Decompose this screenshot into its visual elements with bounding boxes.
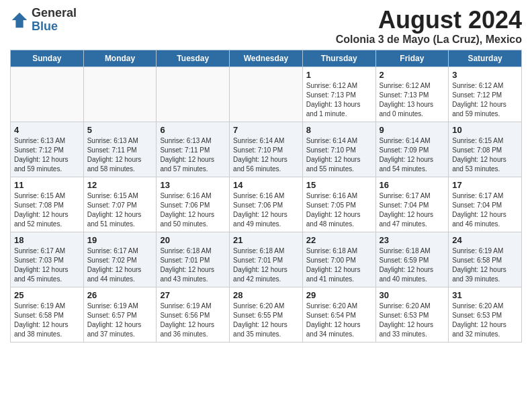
calendar-header-monday: Monday — [83, 50, 157, 66]
day-info: Sunrise: 6:20 AMSunset: 6:55 PMDaylight:… — [233, 302, 299, 339]
day-info: Sunrise: 6:12 AMSunset: 7:13 PMDaylight:… — [380, 81, 445, 119]
day-number: 1 — [306, 70, 372, 80]
calendar-header-wednesday: Wednesday — [230, 50, 303, 66]
day-number: 25 — [14, 290, 80, 300]
day-info: Sunrise: 6:13 AMSunset: 7:12 PMDaylight:… — [14, 136, 80, 174]
day-number: 24 — [452, 235, 518, 245]
day-number: 28 — [233, 290, 299, 300]
day-number: 3 — [452, 70, 518, 80]
calendar-cell: 8Sunrise: 6:14 AMSunset: 7:10 PMDaylight… — [302, 122, 375, 177]
calendar-header-thursday: Thursday — [302, 50, 375, 66]
calendar-table: SundayMondayTuesdayWednesdayThursdayFrid… — [10, 50, 522, 342]
calendar-cell: 6Sunrise: 6:13 AMSunset: 7:11 PMDaylight… — [157, 122, 230, 177]
calendar-cell: 29Sunrise: 6:20 AMSunset: 6:54 PMDayligh… — [302, 287, 375, 342]
calendar-cell: 25Sunrise: 6:19 AMSunset: 6:58 PMDayligh… — [11, 287, 84, 342]
calendar-cell: 5Sunrise: 6:13 AMSunset: 7:11 PMDaylight… — [83, 122, 157, 177]
day-number: 31 — [452, 290, 518, 300]
day-info: Sunrise: 6:14 AMSunset: 7:10 PMDaylight:… — [306, 136, 372, 174]
calendar-cell — [11, 66, 84, 122]
svg-marker-0 — [12, 13, 27, 28]
day-info: Sunrise: 6:16 AMSunset: 7:06 PMDaylight:… — [160, 191, 226, 229]
day-number: 2 — [380, 70, 445, 80]
day-info: Sunrise: 6:15 AMSunset: 7:08 PMDaylight:… — [452, 136, 518, 174]
calendar-cell: 13Sunrise: 6:16 AMSunset: 7:06 PMDayligh… — [157, 177, 230, 232]
logo-blue-text: Blue — [32, 19, 58, 33]
calendar-cell: 1Sunrise: 6:12 AMSunset: 7:13 PMDaylight… — [302, 66, 375, 122]
day-number: 16 — [380, 180, 445, 190]
day-info: Sunrise: 6:17 AMSunset: 7:03 PMDaylight:… — [14, 246, 80, 284]
day-number: 27 — [160, 290, 226, 300]
day-info: Sunrise: 6:20 AMSunset: 6:53 PMDaylight:… — [380, 302, 445, 339]
calendar-header-tuesday: Tuesday — [157, 50, 230, 66]
calendar-cell: 26Sunrise: 6:19 AMSunset: 6:57 PMDayligh… — [83, 287, 157, 342]
calendar-cell: 31Sunrise: 6:20 AMSunset: 6:53 PMDayligh… — [449, 287, 522, 342]
calendar-header-saturday: Saturday — [449, 50, 522, 66]
calendar-cell: 21Sunrise: 6:18 AMSunset: 7:01 PMDayligh… — [230, 232, 303, 287]
calendar-cell: 15Sunrise: 6:16 AMSunset: 7:05 PMDayligh… — [302, 177, 375, 232]
day-number: 20 — [160, 235, 226, 245]
day-info: Sunrise: 6:18 AMSunset: 6:59 PMDaylight:… — [380, 246, 445, 284]
day-info: Sunrise: 6:16 AMSunset: 7:06 PMDaylight:… — [233, 191, 299, 229]
main-title: August 2024 — [336, 7, 522, 34]
calendar-cell: 4Sunrise: 6:13 AMSunset: 7:12 PMDaylight… — [11, 122, 84, 177]
day-number: 9 — [380, 125, 445, 135]
calendar-cell: 2Sunrise: 6:12 AMSunset: 7:13 PMDaylight… — [375, 66, 449, 122]
day-number: 22 — [306, 235, 372, 245]
day-info: Sunrise: 6:12 AMSunset: 7:12 PMDaylight:… — [452, 81, 518, 119]
day-info: Sunrise: 6:20 AMSunset: 6:54 PMDaylight:… — [306, 302, 372, 339]
day-number: 14 — [233, 180, 299, 190]
calendar-cell: 10Sunrise: 6:15 AMSunset: 7:08 PMDayligh… — [449, 122, 522, 177]
day-info: Sunrise: 6:15 AMSunset: 7:07 PMDaylight:… — [87, 191, 153, 229]
day-info: Sunrise: 6:13 AMSunset: 7:11 PMDaylight:… — [87, 136, 153, 174]
calendar-week-row: 4Sunrise: 6:13 AMSunset: 7:12 PMDaylight… — [11, 122, 522, 177]
calendar-cell: 14Sunrise: 6:16 AMSunset: 7:06 PMDayligh… — [230, 177, 303, 232]
logo-text: General Blue — [32, 7, 77, 34]
calendar-cell: 24Sunrise: 6:19 AMSunset: 6:58 PMDayligh… — [449, 232, 522, 287]
day-info: Sunrise: 6:18 AMSunset: 7:01 PMDaylight:… — [160, 246, 226, 284]
day-info: Sunrise: 6:17 AMSunset: 7:04 PMDaylight:… — [380, 191, 445, 229]
day-number: 12 — [87, 180, 153, 190]
day-number: 8 — [306, 125, 372, 135]
day-info: Sunrise: 6:19 AMSunset: 6:58 PMDaylight:… — [14, 302, 80, 339]
title-block: August 2024 Colonia 3 de Mayo (La Cruz),… — [336, 7, 522, 46]
calendar-cell: 18Sunrise: 6:17 AMSunset: 7:03 PMDayligh… — [11, 232, 84, 287]
day-number: 13 — [160, 180, 226, 190]
calendar-week-row: 25Sunrise: 6:19 AMSunset: 6:58 PMDayligh… — [11, 287, 522, 342]
day-info: Sunrise: 6:20 AMSunset: 6:53 PMDaylight:… — [452, 302, 518, 339]
calendar-cell: 11Sunrise: 6:15 AMSunset: 7:08 PMDayligh… — [11, 177, 84, 232]
day-info: Sunrise: 6:17 AMSunset: 7:04 PMDaylight:… — [452, 191, 518, 229]
calendar-cell: 27Sunrise: 6:19 AMSunset: 6:56 PMDayligh… — [157, 287, 230, 342]
day-number: 18 — [14, 235, 80, 245]
logo-general-text: General — [32, 6, 77, 19]
day-info: Sunrise: 6:18 AMSunset: 7:00 PMDaylight:… — [306, 246, 372, 284]
day-number: 15 — [306, 180, 372, 190]
day-info: Sunrise: 6:18 AMSunset: 7:01 PMDaylight:… — [233, 246, 299, 284]
day-number: 26 — [87, 290, 153, 300]
day-number: 29 — [306, 290, 372, 300]
day-number: 5 — [87, 125, 153, 135]
day-number: 23 — [380, 235, 445, 245]
day-number: 11 — [14, 180, 80, 190]
calendar-cell: 23Sunrise: 6:18 AMSunset: 6:59 PMDayligh… — [375, 232, 449, 287]
day-number: 10 — [452, 125, 518, 135]
day-info: Sunrise: 6:12 AMSunset: 7:13 PMDaylight:… — [306, 81, 372, 119]
calendar-week-row: 18Sunrise: 6:17 AMSunset: 7:03 PMDayligh… — [11, 232, 522, 287]
day-number: 19 — [87, 235, 153, 245]
day-info: Sunrise: 6:15 AMSunset: 7:08 PMDaylight:… — [14, 191, 80, 229]
calendar-cell: 20Sunrise: 6:18 AMSunset: 7:01 PMDayligh… — [157, 232, 230, 287]
calendar-cell: 12Sunrise: 6:15 AMSunset: 7:07 PMDayligh… — [83, 177, 157, 232]
calendar-cell — [157, 66, 230, 122]
logo: General Blue — [10, 7, 77, 34]
day-info: Sunrise: 6:19 AMSunset: 6:57 PMDaylight:… — [87, 302, 153, 339]
day-number: 4 — [14, 125, 80, 135]
calendar-cell: 28Sunrise: 6:20 AMSunset: 6:55 PMDayligh… — [230, 287, 303, 342]
day-number: 17 — [452, 180, 518, 190]
day-number: 30 — [380, 290, 445, 300]
day-info: Sunrise: 6:14 AMSunset: 7:10 PMDaylight:… — [233, 136, 299, 174]
calendar-cell — [230, 66, 303, 122]
day-info: Sunrise: 6:16 AMSunset: 7:05 PMDaylight:… — [306, 191, 372, 229]
calendar-cell: 30Sunrise: 6:20 AMSunset: 6:53 PMDayligh… — [375, 287, 449, 342]
subtitle: Colonia 3 de Mayo (La Cruz), Mexico — [336, 34, 522, 46]
day-number: 7 — [233, 125, 299, 135]
day-info: Sunrise: 6:17 AMSunset: 7:02 PMDaylight:… — [87, 246, 153, 284]
